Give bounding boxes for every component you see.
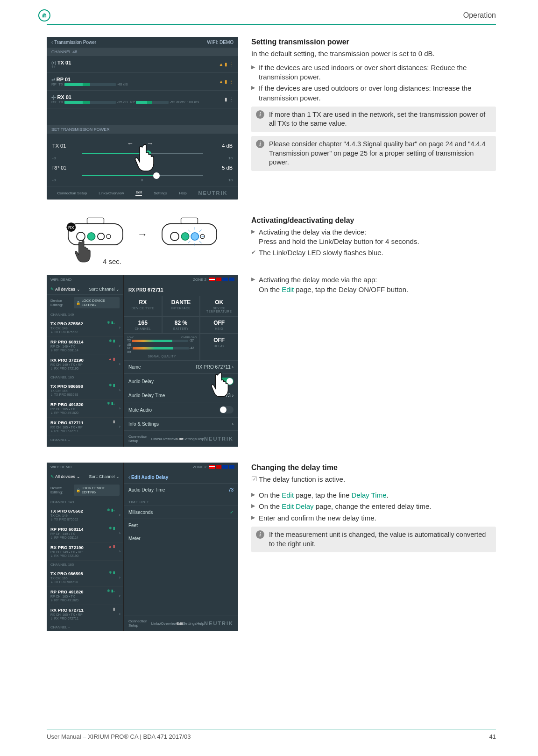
sidebar-device-item: RP PRO 608114RP CH: 149 • TX⇣ RP PRO 608… xyxy=(47,337,123,355)
sidebar-ch165: CHANNEL 165 xyxy=(47,373,123,381)
row-adt-val: 73 xyxy=(228,487,234,492)
lock-editing-button: 🔒LOCK DEVICE EDITING xyxy=(74,297,120,308)
mute-toggle[interactable] xyxy=(219,406,234,414)
scale-mid: 0 xyxy=(141,156,143,160)
zone-flags-icon xyxy=(209,278,234,282)
nav-help: Help xyxy=(179,191,186,195)
unit-meter: Meter xyxy=(128,536,141,541)
b3-text: Activating the delay mode via the app: xyxy=(259,276,377,284)
scale-max2: 10 xyxy=(228,178,233,182)
wifi-label: WIFI: DEMO xyxy=(207,40,234,45)
tx-slider-value: 4 dB xyxy=(222,143,233,149)
rp-slider-value: 5 dB xyxy=(222,165,233,171)
t: page, tap the line xyxy=(294,491,351,499)
delay-time-link: Delay Time xyxy=(352,491,387,499)
all-devices-dropdown: All devices ⌄ xyxy=(55,287,80,292)
footer-manual: User Manual – XIRIUM PRO® CA | BDA 471 2… xyxy=(47,733,191,740)
sort-dropdown: Sort: Channel ⌄ xyxy=(89,287,120,292)
sidebar-device-item: RP PRO 491820RP CH: 165 • TX⇣ RP PRO 491… xyxy=(47,587,123,605)
brand-logo: ⋒ xyxy=(38,9,50,21)
sidebar-chdash: CHANNEL – xyxy=(47,436,123,444)
edit-link-2: Edit xyxy=(282,491,294,499)
back-transmission: ‹ Transmission Power xyxy=(51,40,96,45)
tx-slider[interactable] xyxy=(82,153,203,154)
nav-conn: Connection Setup xyxy=(57,191,87,195)
t-pre: On the xyxy=(259,285,282,293)
sidebar-device-item: RP PRO 491820RP CH: 165 • TX⇣ RP PRO 491… xyxy=(47,399,123,418)
info-box-1: i If more than 1 TX are used in the netw… xyxy=(251,107,496,132)
screenshot-transmission-power: ‹ Transmission Power WIFI: DEMO CHANNEL … xyxy=(47,37,238,200)
sidebar-device-item: RP PRO 608114RP CH: 149 • TX⇣ RP PRO 608… xyxy=(47,524,123,542)
svg-point-7 xyxy=(170,232,179,241)
svg-point-3 xyxy=(98,233,104,240)
tx-slider-label: TX 01 xyxy=(52,143,66,149)
section-title-transmission: Setting transmission power xyxy=(251,37,496,47)
screenshot-edit-delay-toggle: WIFI: DEMO ✎ All devices ⌄ Sort: Channel… xyxy=(47,275,238,447)
arrow-right-icon: → xyxy=(137,228,148,241)
scale-min2: -3 xyxy=(52,178,56,182)
lock-label-2: LOCK DEVICE EDITING xyxy=(82,486,117,494)
nav3-edit: Edit xyxy=(177,621,183,626)
stat-ok: OK xyxy=(202,299,236,306)
nav3-conn: Connection Setup xyxy=(128,619,151,628)
bullet-edit-delay-time: On the Edit page, tap the line Delay Tim… xyxy=(251,491,496,500)
device-editing-label: Device Editing: xyxy=(50,299,74,307)
t: On the xyxy=(259,502,282,510)
bullet-activate-app: Activating the delay mode via the app: O… xyxy=(251,275,496,294)
bullet-indoor: If the devices are used indoors or over … xyxy=(251,63,496,82)
sort-dropdown-2: Sort: Channel ⌄ xyxy=(89,474,120,479)
check-icon: ✓ xyxy=(230,510,234,515)
stat-chan-lab: CHANNEL xyxy=(126,327,160,330)
audio-delay-toggle[interactable] xyxy=(219,378,234,385)
nav2-settings: Settings xyxy=(183,437,197,441)
svg-rect-0 xyxy=(87,218,104,224)
wifi3: WIFI: DEMO xyxy=(50,465,71,469)
screenshot-edit-audio-delay: WIFI: DEMO ✎ All devices ⌄ Sort: Channel… xyxy=(47,463,238,631)
stat-chan: 165 xyxy=(126,320,160,326)
row-info-settings: Info & Settings xyxy=(128,421,159,427)
sidebar-device-item: TX PRO 986598TX CH: 165⇣ TX PRO 986598❄ … xyxy=(47,381,123,399)
bullet-edit-delay-page: On the Edit Delay page, change the enter… xyxy=(251,502,496,511)
unit-feet: Feet xyxy=(128,523,138,528)
svg-rect-6 xyxy=(181,218,198,224)
stat-ok-lab: DEVICE TEMPERATURE xyxy=(202,307,236,313)
info-icon: i xyxy=(256,530,264,539)
page-number: 41 xyxy=(489,733,496,740)
stat-dante-lab: INTERFACE xyxy=(164,307,198,310)
sidebar-ch149: CHANNEL 149 xyxy=(47,311,123,319)
nav-edit: Edit xyxy=(135,190,142,196)
scale-max: 10 xyxy=(228,156,233,160)
rx-rpdb: -52 dB/ts: 100 ms xyxy=(170,100,199,104)
svg-line-14 xyxy=(188,230,191,232)
main-device-title: RX PRO 672711 xyxy=(124,284,238,296)
sidebar-ch165-2: CHANNEL 165 xyxy=(47,561,123,569)
zone-label-2: ZONE 2 xyxy=(193,465,206,469)
info-icon: i xyxy=(256,140,264,148)
row-audio-delay: Audio Delay xyxy=(128,379,154,384)
section-title-change-delay: Changing the delay time xyxy=(251,463,496,473)
sig-lab: SIGNAL QUALITY xyxy=(127,355,197,358)
bullet-confirm: Enter and confirm the new delay time. xyxy=(251,514,496,523)
stat-hbio-lab: HBIO xyxy=(202,327,236,330)
row-audio-delay-time-val: 73 › xyxy=(226,393,234,398)
stat-batt-lab: BATTERY xyxy=(164,327,198,330)
sidebar-chdash-2: CHANNEL – xyxy=(47,623,123,631)
lock-editing-button-2: 🔒LOCK DEVICE EDITING xyxy=(74,485,120,496)
sidebar-device-item: RX PRO 372190RX CH: 149 • TX • RP⇣ RX PR… xyxy=(47,355,123,373)
sidebar-device-item: TX PRO 875562TX CH: 149⇣ TX PRO 875562❄ … xyxy=(47,506,123,524)
zone-label: ZONE 2 xyxy=(193,278,206,282)
row-name-val: RX PRO 672711 › xyxy=(196,364,234,370)
info-text-1: If more than 1 TX are used in the networ… xyxy=(269,110,491,128)
stat-rx-lab: DEVICE TYPE xyxy=(126,307,160,310)
sidebar-device-item: TX PRO 875562TX CH: 149⇣ TX PRO 875562❄ … xyxy=(47,319,123,337)
rp-slider[interactable] xyxy=(82,175,203,176)
stat-delay-lab: DELAY xyxy=(202,344,236,348)
hand-press-icon xyxy=(74,238,94,264)
info-box-unit: i If the measurement unit is changed, th… xyxy=(251,527,496,552)
device-diagram: RX → 4 sec. xyxy=(47,215,238,253)
stat-batt: 82 % xyxy=(164,320,198,326)
all-devices-dropdown-2: All devices ⌄ xyxy=(55,474,80,479)
row-adt: Audio Delay Time xyxy=(128,487,165,492)
rx01-label: RX 01 xyxy=(57,94,71,100)
rp-slider-label: RP 01 xyxy=(52,165,66,171)
